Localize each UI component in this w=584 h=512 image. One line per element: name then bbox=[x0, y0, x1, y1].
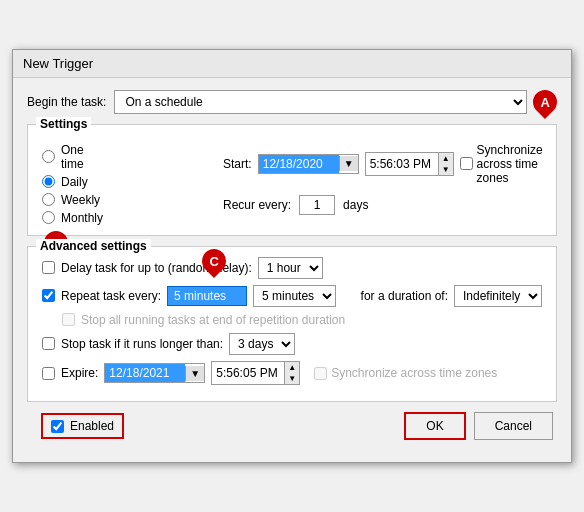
dialog-title: New Trigger bbox=[13, 50, 571, 78]
recurrence-radio-group: One time Daily Weekly Monthly bbox=[42, 143, 103, 225]
repeat-select[interactable]: 5 minutes bbox=[253, 285, 336, 307]
repeat-label: Repeat task every: bbox=[61, 289, 161, 303]
advanced-section: Advanced settings Delay task for up to (… bbox=[27, 246, 557, 402]
start-time-input[interactable]: ▲ ▼ bbox=[365, 152, 454, 176]
stop-repetition-label: Stop all running tasks at end of repetit… bbox=[81, 313, 345, 327]
radio-weekly[interactable]: Weekly bbox=[42, 193, 103, 207]
radio-daily[interactable]: Daily bbox=[42, 175, 103, 189]
expire-checkbox[interactable] bbox=[42, 367, 55, 380]
recur-label: Recur every: bbox=[223, 198, 291, 212]
expire-sync-checkbox[interactable] bbox=[314, 367, 327, 380]
repeat-row: C Repeat task every: 5 minutes for a dur… bbox=[42, 285, 542, 307]
radio-one-time-label: One time bbox=[61, 143, 103, 171]
expire-time-input[interactable]: ▲ ▼ bbox=[211, 361, 300, 385]
annotation-a-badge: A bbox=[528, 85, 562, 119]
start-date-input[interactable]: ▼ bbox=[258, 154, 359, 174]
new-trigger-dialog: New Trigger Begin the task: On a schedul… bbox=[12, 49, 572, 463]
recur-row: Recur every: days bbox=[223, 195, 543, 215]
advanced-title: Advanced settings bbox=[36, 239, 151, 253]
button-group: OK Cancel bbox=[404, 412, 553, 440]
delay-checkbox[interactable] bbox=[42, 261, 55, 274]
repeat-checkbox[interactable] bbox=[42, 289, 55, 302]
radio-monthly-label: Monthly bbox=[61, 211, 103, 225]
duration-row: for a duration of: Indefinitely bbox=[361, 285, 542, 307]
start-date-field[interactable] bbox=[259, 155, 339, 173]
stop-task-label: Stop task if it runs longer than: bbox=[61, 337, 223, 351]
expire-row: Expire: ▼ ▲ ▼ Synchronize across time zo… bbox=[42, 361, 542, 385]
stop-task-row: Stop task if it runs longer than: 3 days bbox=[42, 333, 542, 355]
settings-section: Settings One time Daily Weekly bbox=[27, 124, 557, 236]
sync-timezone-row: Synchronize across time zones bbox=[460, 143, 543, 185]
cancel-button[interactable]: Cancel bbox=[474, 412, 553, 440]
begin-task-row: Begin the task: On a schedule A bbox=[27, 90, 557, 114]
delay-select[interactable]: 1 hour bbox=[258, 257, 323, 279]
expire-time-field[interactable] bbox=[212, 364, 284, 382]
sync-timezone-label: Synchronize across time zones bbox=[477, 143, 543, 185]
expire-time-down-button[interactable]: ▼ bbox=[285, 373, 299, 384]
radio-one-time[interactable]: One time bbox=[42, 143, 103, 171]
begin-task-label: Begin the task: bbox=[27, 95, 106, 109]
duration-label: for a duration of: bbox=[361, 289, 448, 303]
settings-right: Start: ▼ ▲ ▼ bbox=[223, 135, 543, 225]
expire-date-field[interactable] bbox=[105, 364, 185, 382]
time-down-button[interactable]: ▼ bbox=[439, 164, 453, 175]
start-date-picker-button[interactable]: ▼ bbox=[339, 156, 358, 171]
stop-task-select[interactable]: 3 days bbox=[229, 333, 295, 355]
start-label: Start: bbox=[223, 157, 252, 171]
radio-monthly[interactable]: Monthly bbox=[42, 211, 103, 225]
enabled-label: Enabled bbox=[70, 419, 114, 433]
sync-timezone-checkbox[interactable] bbox=[460, 157, 473, 170]
expire-date-input[interactable]: ▼ bbox=[104, 363, 205, 383]
begin-task-select[interactable]: On a schedule bbox=[114, 90, 527, 114]
radio-daily-label: Daily bbox=[61, 175, 88, 189]
stop-repetition-row: Stop all running tasks at end of repetit… bbox=[42, 313, 542, 327]
time-up-button[interactable]: ▲ bbox=[439, 153, 453, 164]
enabled-checkbox[interactable] bbox=[51, 420, 64, 433]
radio-weekly-label: Weekly bbox=[61, 193, 100, 207]
ok-button[interactable]: OK bbox=[404, 412, 465, 440]
expire-sync-row: Synchronize across time zones bbox=[314, 366, 497, 380]
expire-time-up-button[interactable]: ▲ bbox=[285, 362, 299, 373]
start-time-field[interactable] bbox=[366, 155, 438, 173]
expire-time-spinners: ▲ ▼ bbox=[284, 362, 299, 384]
repeat-value-input[interactable] bbox=[167, 286, 247, 306]
recur-value-input[interactable] bbox=[299, 195, 335, 215]
stop-task-checkbox[interactable] bbox=[42, 337, 55, 350]
footer: Enabled OK Cancel bbox=[27, 412, 557, 450]
recur-unit: days bbox=[343, 198, 368, 212]
start-row: Start: ▼ ▲ ▼ bbox=[223, 143, 543, 185]
start-time-spinners: ▲ ▼ bbox=[438, 153, 453, 175]
delay-row: Delay task for up to (random delay): 1 h… bbox=[42, 257, 542, 279]
expire-label: Expire: bbox=[61, 366, 98, 380]
expire-date-picker-button[interactable]: ▼ bbox=[185, 366, 204, 381]
settings-title: Settings bbox=[36, 117, 91, 131]
duration-select[interactable]: Indefinitely bbox=[454, 285, 542, 307]
expire-sync-label: Synchronize across time zones bbox=[331, 366, 497, 380]
enabled-row: Enabled bbox=[41, 413, 124, 439]
stop-repetition-checkbox[interactable] bbox=[62, 313, 75, 326]
